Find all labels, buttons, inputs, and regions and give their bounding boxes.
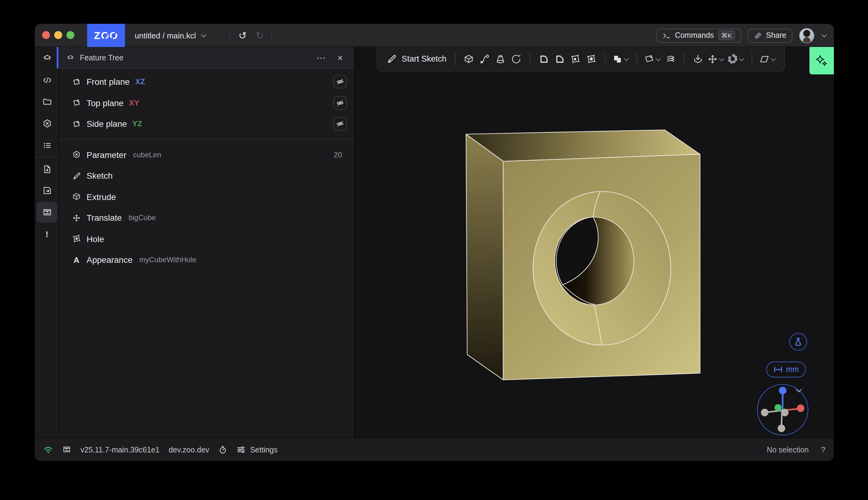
insert-button[interactable]: [690, 50, 706, 67]
zoo-logo[interactable]: ZOO: [87, 24, 125, 47]
network-status-button[interactable]: [43, 445, 53, 454]
project-name-menu[interactable]: untitled / main.kcl: [135, 24, 206, 47]
plane-icon: [72, 99, 81, 107]
cube-with-hole-model[interactable]: [355, 47, 833, 438]
chevron-down-icon: [656, 56, 661, 61]
construction-plane-button[interactable]: [757, 50, 777, 67]
feature-tree-icon: [67, 54, 74, 61]
panel-menu-button[interactable]: ⋯: [314, 51, 328, 64]
shell-button[interactable]: [567, 50, 583, 67]
gizmo-x-axis-dot[interactable]: [797, 405, 805, 412]
viewport-3d[interactable]: Start Sketch: [355, 47, 834, 438]
feature-detail: cubeLen: [133, 151, 161, 159]
statusbar-right: No selection ?: [767, 445, 825, 454]
helix-icon: [665, 53, 676, 64]
eye-slash-icon: [336, 120, 344, 128]
undo-button[interactable]: ↺: [236, 29, 249, 42]
sidebar-item-variables[interactable]: [37, 114, 57, 133]
units-button[interactable]: mm: [766, 362, 806, 377]
sidebar-item-make[interactable]: [37, 202, 57, 223]
toolbar-divider: [604, 52, 605, 66]
insert-icon: [692, 53, 703, 64]
units-label: mm: [786, 365, 799, 374]
chevron-down-icon: [201, 33, 206, 38]
gizmo-y-axis-dot[interactable]: [774, 404, 782, 411]
help-button[interactable]: ?: [821, 445, 825, 454]
extrude-button[interactable]: [461, 50, 476, 67]
helix-button[interactable]: [662, 50, 678, 67]
tree-row-side-plane[interactable]: Side plane YZ: [59, 113, 354, 135]
chamfer-button[interactable]: [551, 50, 567, 67]
sidebar-item-export[interactable]: [37, 181, 57, 200]
start-sketch-button[interactable]: Start Sketch: [384, 54, 449, 64]
tree-row-extrude[interactable]: Extrude: [59, 186, 354, 207]
close-window-button[interactable]: [42, 31, 50, 39]
panel-close-button[interactable]: ×: [333, 51, 347, 64]
offset-plane-button[interactable]: [642, 50, 662, 67]
boolean-button[interactable]: [611, 50, 630, 67]
sweep-button[interactable]: [476, 50, 492, 67]
pattern-button[interactable]: [726, 50, 746, 67]
share-button[interactable]: Share: [748, 29, 792, 42]
sidebar-item-report-a-bug[interactable]: !: [37, 224, 57, 244]
gizmo-neg-x-dot[interactable]: [761, 409, 769, 417]
extrude-icon: [463, 53, 474, 64]
tree-row-front-plane[interactable]: Front plane XZ: [59, 71, 354, 92]
start-sketch-label: Start Sketch: [402, 54, 447, 64]
toggle-visibility-button[interactable]: [333, 96, 347, 110]
pen-icon: [72, 171, 81, 181]
toolbar-divider: [684, 52, 684, 66]
letter-a-icon: A: [72, 255, 81, 265]
file-export-icon: [42, 185, 52, 196]
transform-button[interactable]: [706, 50, 726, 67]
toggle-visibility-button[interactable]: [333, 75, 347, 89]
gizmo-neg-z-dot[interactable]: [778, 425, 785, 432]
zoom-window-button[interactable]: [67, 31, 74, 39]
feature-label: Hole: [86, 234, 104, 244]
commands-button[interactable]: Commands ⌘K: [657, 29, 741, 42]
feature-detail: myCubeWithHole: [139, 256, 196, 264]
gizmo-menu-chevron[interactable]: [796, 387, 803, 393]
experimental-features-button[interactable]: [789, 333, 807, 351]
variables-hexagon-icon: [42, 118, 52, 129]
user-menu-chevron-icon[interactable]: [821, 33, 826, 38]
gizmo-z-axis-dot[interactable]: [779, 387, 787, 395]
undo-redo-group: ↺ ↻: [236, 24, 266, 47]
sidebar-item-kcl-code[interactable]: [37, 70, 57, 90]
feature-label: Translate: [86, 213, 122, 223]
tree-row-top-plane[interactable]: Top plane XY: [59, 92, 354, 113]
tree-row-translate[interactable]: Translate bigCube: [59, 207, 354, 228]
user-avatar[interactable]: [799, 28, 814, 43]
gizmo-center-dot[interactable]: [781, 409, 789, 417]
sidebar-item-feature-tree[interactable]: [37, 48, 57, 68]
sidebar-item-logs[interactable]: [37, 136, 57, 155]
tree-row-appearance[interactable]: A Appearance myCubeWithHole: [59, 249, 354, 270]
flask-icon: [794, 337, 803, 346]
toolbar-divider: [636, 52, 637, 66]
revolve-button[interactable]: [508, 50, 524, 67]
panel-title: Feature Tree: [80, 53, 309, 62]
redo-button[interactable]: ↻: [253, 29, 266, 42]
machines-button[interactable]: [62, 445, 71, 454]
chevron-down-icon: [771, 56, 776, 61]
feature-label: Sketch: [86, 171, 113, 181]
loft-button[interactable]: [492, 50, 508, 67]
telemetry-button[interactable]: [218, 445, 227, 454]
minimize-window-button[interactable]: [54, 31, 62, 39]
text-to-cad-button[interactable]: [810, 47, 834, 75]
fillet-button[interactable]: [535, 50, 551, 67]
toggle-visibility-button[interactable]: [333, 117, 347, 131]
wifi-icon: [43, 445, 53, 454]
sidebar-divider: [35, 157, 59, 157]
sidebar-item-project-files[interactable]: [37, 92, 57, 111]
hole-button[interactable]: [583, 50, 599, 67]
tree-row-parameter[interactable]: Parameter cubeLen 20: [59, 144, 354, 165]
feature-value: 20: [334, 151, 342, 159]
printer-3d-icon: [42, 207, 52, 217]
sidebar-item-import[interactable]: [37, 159, 57, 179]
tree-row-hole[interactable]: Hole: [59, 228, 354, 249]
tree-row-sketch[interactable]: Sketch: [59, 165, 354, 186]
settings-button[interactable]: Settings: [236, 445, 277, 454]
pattern-icon: [727, 53, 738, 64]
sliders-icon: [236, 445, 246, 454]
